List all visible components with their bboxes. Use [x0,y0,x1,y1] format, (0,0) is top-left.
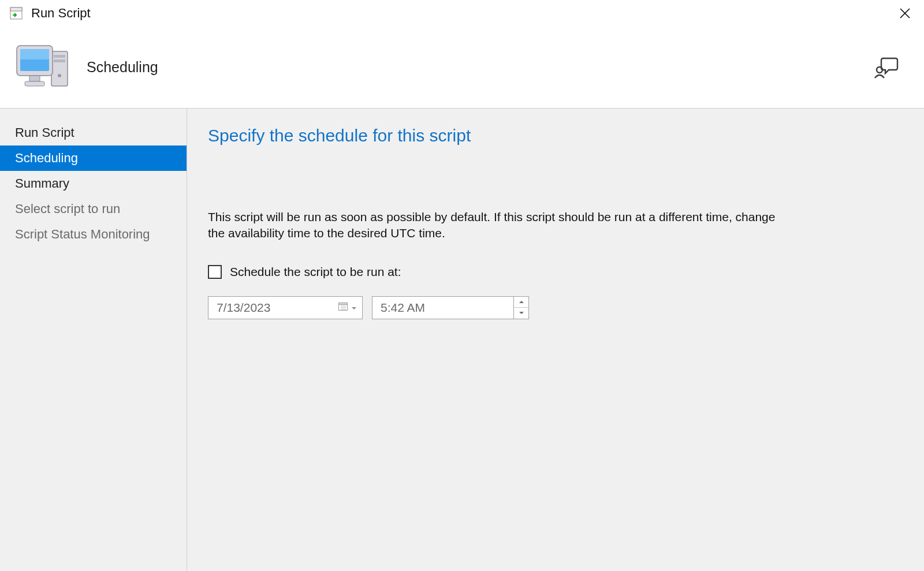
schedule-checkbox-label: Schedule the script to be run at: [230,265,401,279]
sidebar-item-label: Scheduling [15,151,78,166]
banner-title: Scheduling [87,59,158,76]
svg-rect-12 [25,81,44,86]
svg-rect-6 [54,59,65,62]
banner: Scheduling [0,27,924,109]
svg-rect-11 [29,76,40,81]
computer-icon [10,39,74,96]
spinner-down-icon[interactable] [514,308,528,319]
sidebar-item-select-script[interactable]: Select script to run [0,196,187,222]
schedule-checkbox[interactable] [208,265,222,279]
wizard-body: Run Script Scheduling Summary Select scr… [0,109,924,571]
time-spinner[interactable] [513,297,528,319]
schedule-checkbox-row[interactable]: Schedule the script to be run at: [208,265,903,279]
schedule-time-value: 5:42 AM [381,301,513,315]
wizard-content: Specify the schedule for this script Thi… [187,109,924,571]
chevron-down-icon[interactable] [351,301,357,315]
schedule-time-picker[interactable]: 5:42 AM [372,296,529,319]
sidebar-item-scheduling[interactable]: Scheduling [0,145,187,171]
sidebar-item-label: Script Status Monitoring [15,227,150,242]
svg-rect-5 [54,55,65,58]
titlebar: Run Script [0,0,924,27]
sidebar-item-status-monitoring[interactable]: Script Status Monitoring [0,222,187,247]
sidebar-item-label: Select script to run [15,201,120,217]
schedule-date-picker[interactable]: 7/13/2023 [208,296,363,319]
sidebar-item-run-script[interactable]: Run Script [0,120,187,145]
section-title: Specify the schedule for this script [208,126,903,145]
app-icon [9,6,23,20]
svg-rect-1 [10,8,22,11]
close-icon [899,8,911,19]
spinner-up-icon[interactable] [514,297,528,308]
schedule-inputs-row: 7/13/2023 [208,296,903,319]
svg-point-7 [58,74,61,77]
window-title: Run Script [31,6,91,21]
feedback-icon[interactable] [872,53,901,82]
svg-rect-15 [339,303,348,304]
schedule-date-value: 7/13/2023 [217,301,338,315]
section-description: This script will be run as soon as possi… [208,209,791,242]
calendar-icon[interactable] [338,301,348,315]
sidebar-item-summary[interactable]: Summary [0,171,187,196]
sidebar-item-label: Run Script [15,125,74,140]
svg-rect-10 [20,49,49,59]
close-button[interactable] [892,0,918,27]
wizard-sidebar: Run Script Scheduling Summary Select scr… [0,109,187,571]
sidebar-item-label: Summary [15,176,69,191]
